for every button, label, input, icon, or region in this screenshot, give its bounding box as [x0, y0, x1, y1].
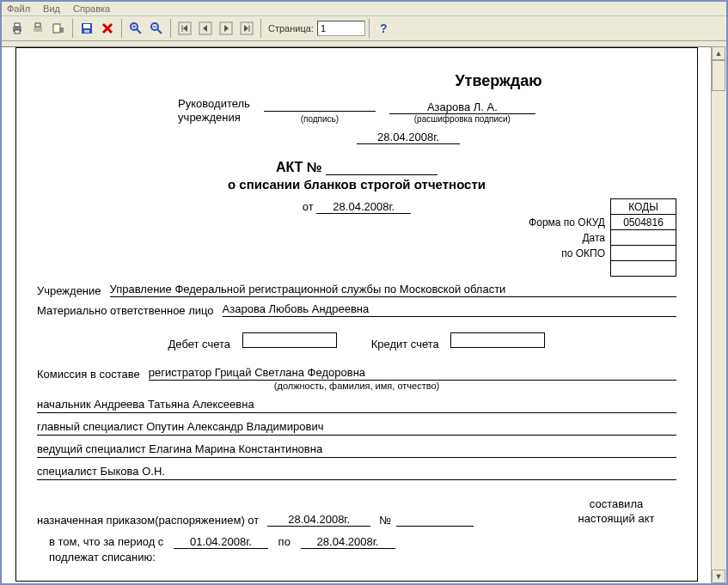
- vertical-scrollbar[interactable]: ▲ ▼: [711, 46, 726, 583]
- svg-line-11: [137, 29, 141, 34]
- commission-label: Комиссия в составе: [37, 368, 140, 381]
- from-label: от: [303, 200, 314, 213]
- first-page-icon[interactable]: [175, 19, 194, 38]
- printer-setup-icon[interactable]: [49, 19, 68, 38]
- okud-value: 0504816: [611, 215, 676, 230]
- next-page-icon[interactable]: [217, 19, 236, 38]
- order-label: назначенная приказом(распоряжением) от: [37, 514, 259, 527]
- org-label: Учреждение: [37, 284, 101, 297]
- mol-label: Материально ответственное лицо: [37, 304, 214, 317]
- credit-box: [450, 332, 545, 348]
- signature-sublabel: (подпись): [264, 114, 376, 124]
- signer-name: Азарова Л. А.: [389, 101, 535, 114]
- codes-extra-value: [611, 261, 676, 277]
- codes-date-value: [611, 230, 676, 246]
- period-to: 28.04.2008г.: [301, 535, 395, 549]
- okpo-value: [611, 246, 676, 261]
- svg-rect-6: [59, 27, 64, 33]
- zoom-in-icon[interactable]: [126, 19, 145, 38]
- svg-rect-1: [15, 23, 20, 27]
- scroll-thumb[interactable]: [712, 60, 725, 91]
- commission-lead: регистратор Грицай Светлана Федоровна: [149, 366, 676, 381]
- signature-line: [264, 98, 376, 112]
- commission-member: специалист Быкова О.Н.: [37, 465, 676, 480]
- approve-date: 28.04.2008г.: [357, 131, 460, 144]
- approve-title: Утверждаю: [321, 72, 676, 90]
- scroll-track[interactable]: [712, 91, 726, 570]
- page-input[interactable]: [317, 21, 365, 36]
- print-icon[interactable]: [8, 19, 27, 38]
- codes-date-label: Дата: [525, 230, 610, 246]
- document-viewport: Утверждаю Руководитель учреждения (подпи…: [2, 46, 711, 583]
- commission-member: начальник Андреева Татьяна Алексеевна: [37, 398, 676, 413]
- credit-label: Кредит счета: [371, 338, 439, 350]
- document-title: АКТ №: [37, 160, 676, 175]
- codes-header: КОДЫ: [611, 199, 676, 215]
- order-note: составила настоящий акт: [556, 497, 676, 527]
- zoom-out-icon[interactable]: [147, 19, 166, 38]
- svg-rect-8: [83, 24, 90, 28]
- svg-rect-2: [15, 30, 20, 34]
- debit-box: [242, 332, 337, 348]
- prev-page-icon[interactable]: [196, 19, 215, 38]
- document-page: Утверждаю Руководитель учреждения (подпи…: [15, 47, 698, 582]
- menubar: Файл Вид Справка: [2, 2, 726, 16]
- period-to-label: по: [278, 535, 291, 548]
- commission-sublabel: (должность, фамилия, имя, отчество): [37, 381, 676, 391]
- okpo-label: по ОКПО: [525, 246, 610, 261]
- order-num: [396, 513, 474, 527]
- save-icon[interactable]: [77, 19, 96, 38]
- leader-label: Руководитель учреждения: [178, 97, 250, 124]
- document-subtitle: о списании бланков строгой отчетности: [37, 177, 676, 192]
- close-icon[interactable]: [98, 19, 117, 38]
- svg-rect-4: [35, 23, 40, 27]
- menu-help[interactable]: Справка: [73, 3, 110, 14]
- print-current-icon[interactable]: [28, 19, 47, 38]
- svg-text:?: ?: [380, 21, 388, 35]
- page-label: Страница:: [268, 23, 314, 34]
- svg-rect-9: [84, 30, 89, 33]
- scroll-up-icon[interactable]: ▲: [712, 46, 725, 60]
- scroll-down-icon[interactable]: ▼: [712, 570, 725, 583]
- order-date: 28.04.2008г.: [267, 513, 370, 527]
- help-icon[interactable]: ?: [374, 19, 393, 38]
- last-page-icon[interactable]: [237, 19, 256, 38]
- menu-view[interactable]: Вид: [43, 3, 60, 14]
- toolbar: Страница: ?: [2, 16, 726, 41]
- svg-rect-3: [34, 27, 42, 32]
- period-from: 01.04.2008г.: [174, 535, 268, 549]
- commission-member: ведущий специалист Елагина Марина Конста…: [37, 442, 676, 458]
- codes-table: КОДЫ Форма по ОКУД0504816 Дата по ОКПО: [525, 198, 676, 277]
- svg-rect-5: [53, 24, 60, 33]
- period-label: в том, что за период с: [49, 535, 163, 548]
- menu-file[interactable]: Файл: [7, 3, 30, 14]
- commission-member: главный специалист Опутин Александр Влад…: [37, 420, 676, 436]
- period-tail: подлежат списанию:: [49, 551, 676, 564]
- signer-sublabel: (расшифровка подписи): [389, 114, 535, 124]
- debit-label: Дебет счета: [168, 338, 231, 350]
- from-date: 28.04.2008г.: [316, 200, 411, 214]
- org-value: Управление Федеральной регистрационной с…: [110, 283, 676, 297]
- okud-label: Форма по ОКУД: [525, 215, 610, 230]
- svg-line-15: [157, 29, 162, 34]
- order-num-label: №: [379, 514, 391, 527]
- mol-value: Азарова Любовь Андреевна: [223, 302, 676, 317]
